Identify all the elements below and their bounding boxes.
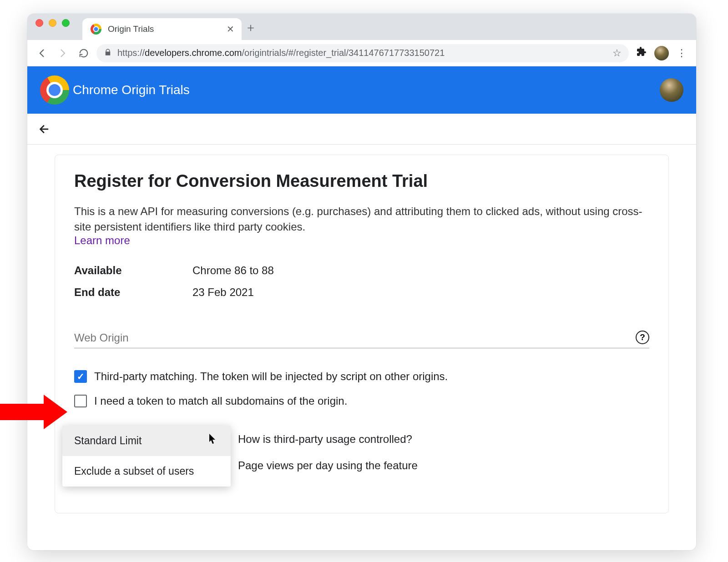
usage-question: How is third-party usage controlled? [238, 433, 412, 446]
page-back-button[interactable] [36, 121, 53, 137]
forward-button[interactable] [55, 45, 71, 61]
menu-dots-icon[interactable]: ⋮ [673, 45, 690, 61]
browser-window: Origin Trials ✕ ＋ https://developers.chr… [27, 14, 696, 550]
window-controls [35, 19, 70, 27]
app-title: Chrome Origin Trials [73, 83, 190, 97]
tab-favicon [91, 24, 101, 35]
profile-avatar[interactable] [654, 46, 669, 60]
minimize-window-button[interactable] [49, 19, 56, 27]
help-icon[interactable]: ? [636, 331, 649, 344]
reload-button[interactable] [76, 45, 92, 61]
sub-header [27, 114, 696, 145]
dropdown-menu: Standard Limit Exclude a subset of users [62, 426, 231, 487]
maximize-window-button[interactable] [62, 19, 70, 27]
page-views-label: Page views per day using the feature [238, 459, 418, 472]
content-card: Register for Conversion Measurement Tria… [55, 155, 669, 513]
page-description: This is a new API for measuring conversi… [74, 204, 649, 234]
learn-more-link[interactable]: Learn more [74, 234, 130, 246]
menu-item-standard-limit[interactable]: Standard Limit [62, 426, 231, 456]
available-label: Available [74, 264, 192, 277]
annotation-arrow [0, 395, 76, 428]
new-tab-button[interactable]: ＋ [242, 20, 260, 35]
meta-table: Available Chrome 86 to 88 End date 23 Fe… [74, 260, 649, 303]
end-date-value: 23 Feb 2021 [192, 286, 254, 299]
web-origin-input[interactable] [74, 331, 630, 344]
end-date-label: End date [74, 286, 192, 299]
back-button[interactable] [34, 45, 50, 61]
web-origin-field[interactable]: ? [74, 331, 649, 348]
bookmark-star-icon[interactable]: ☆ [612, 47, 622, 59]
address-bar: https://developers.chrome.com/origintria… [27, 40, 696, 66]
lower-section: How is third-party usage controlled? Pag… [74, 433, 649, 472]
close-window-button[interactable] [35, 19, 43, 27]
tab-title: Origin Trials [108, 24, 154, 34]
browser-tab[interactable]: Origin Trials ✕ [82, 18, 242, 40]
cursor-icon [209, 434, 217, 447]
third-party-checkbox[interactable] [74, 370, 87, 383]
app-header: Chrome Origin Trials [27, 66, 696, 114]
subdomains-label: I need a token to match all subdomains o… [94, 395, 347, 407]
user-avatar[interactable] [660, 78, 683, 102]
url-box[interactable]: https://developers.chrome.com/origintria… [96, 44, 629, 62]
lock-icon [104, 48, 112, 58]
page-title: Register for Conversion Measurement Tria… [74, 171, 649, 191]
extensions-icon[interactable] [636, 46, 647, 60]
available-value: Chrome 86 to 88 [192, 264, 274, 277]
url-text: https://developers.chrome.com/origintria… [117, 48, 445, 58]
subdomains-checkbox[interactable] [74, 395, 87, 407]
third-party-label: Third-party matching. The token will be … [94, 370, 448, 383]
tab-bar: Origin Trials ✕ ＋ [27, 14, 696, 40]
menu-item-exclude-users[interactable]: Exclude a subset of users [62, 456, 231, 487]
chrome-logo [40, 75, 69, 105]
close-tab-icon[interactable]: ✕ [227, 24, 234, 35]
